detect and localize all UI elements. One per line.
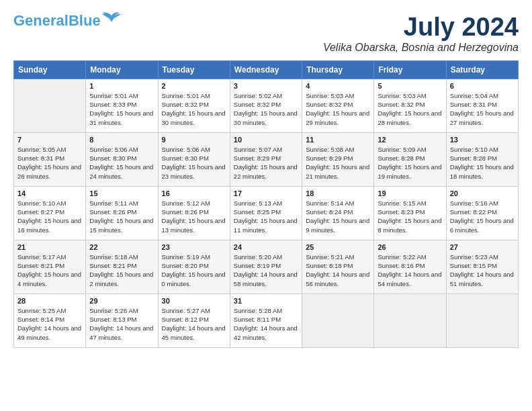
calendar-cell: 5Sunrise: 5:03 AMSunset: 8:32 PMDaylight… xyxy=(374,79,446,132)
calendar-header: SundayMondayTuesdayWednesdayThursdayFrid… xyxy=(14,60,519,79)
calendar-week-row: 21Sunrise: 5:17 AMSunset: 8:21 PMDayligh… xyxy=(14,240,519,293)
calendar-cell: 17Sunrise: 5:13 AMSunset: 8:25 PMDayligh… xyxy=(230,186,302,240)
weekday-header-saturday: Saturday xyxy=(446,60,518,79)
day-number: 18 xyxy=(306,189,370,197)
day-number: 20 xyxy=(450,189,515,197)
page-header: GeneralBlue July 2024 Velika Obarska, Bo… xyxy=(13,13,519,54)
calendar-table: SundayMondayTuesdayWednesdayThursdayFrid… xyxy=(13,60,519,348)
calendar-cell: 24Sunrise: 5:20 AMSunset: 8:19 PMDayligh… xyxy=(230,240,302,293)
day-number: 31 xyxy=(234,297,298,305)
day-number: 27 xyxy=(450,243,515,251)
day-info: Sunrise: 5:18 AMSunset: 8:21 PMDaylight:… xyxy=(89,253,154,288)
day-number: 9 xyxy=(162,136,226,144)
calendar-cell xyxy=(446,293,518,347)
calendar-cell: 15Sunrise: 5:11 AMSunset: 8:26 PMDayligh… xyxy=(86,186,158,240)
day-info: Sunrise: 5:02 AMSunset: 8:32 PMDaylight:… xyxy=(234,91,298,127)
weekday-header-row: SundayMondayTuesdayWednesdayThursdayFrid… xyxy=(14,60,519,79)
calendar-cell: 13Sunrise: 5:10 AMSunset: 8:28 PMDayligh… xyxy=(446,132,518,186)
day-info: Sunrise: 5:12 AMSunset: 8:26 PMDaylight:… xyxy=(162,199,226,234)
calendar-cell: 30Sunrise: 5:27 AMSunset: 8:12 PMDayligh… xyxy=(158,293,230,347)
day-info: Sunrise: 5:10 AMSunset: 8:27 PMDaylight:… xyxy=(17,199,82,234)
day-info: Sunrise: 5:03 AMSunset: 8:32 PMDaylight:… xyxy=(378,91,442,127)
calendar-cell: 9Sunrise: 5:06 AMSunset: 8:30 PMDaylight… xyxy=(158,132,230,186)
day-number: 3 xyxy=(234,82,298,90)
day-info: Sunrise: 5:22 AMSunset: 8:16 PMDaylight:… xyxy=(378,253,442,288)
weekday-header-friday: Friday xyxy=(374,60,446,79)
day-number: 14 xyxy=(17,189,82,197)
day-number: 6 xyxy=(450,82,515,90)
day-number: 22 xyxy=(89,243,154,251)
day-info: Sunrise: 5:06 AMSunset: 8:30 PMDaylight:… xyxy=(89,145,154,181)
day-info: Sunrise: 5:03 AMSunset: 8:32 PMDaylight:… xyxy=(306,91,370,127)
day-info: Sunrise: 5:15 AMSunset: 8:23 PMDaylight:… xyxy=(378,199,442,234)
calendar-cell xyxy=(374,293,446,347)
calendar-cell: 7Sunrise: 5:05 AMSunset: 8:31 PMDaylight… xyxy=(14,132,86,186)
day-info: Sunrise: 5:19 AMSunset: 8:20 PMDaylight:… xyxy=(162,253,226,288)
calendar-cell: 4Sunrise: 5:03 AMSunset: 8:32 PMDaylight… xyxy=(302,79,374,132)
day-number: 4 xyxy=(306,82,370,90)
day-info: Sunrise: 5:20 AMSunset: 8:19 PMDaylight:… xyxy=(234,253,298,288)
title-block: July 2024 Velika Obarska, Bosnia and Her… xyxy=(323,13,519,54)
day-info: Sunrise: 5:01 AMSunset: 8:33 PMDaylight:… xyxy=(89,91,154,127)
day-info: Sunrise: 5:04 AMSunset: 8:31 PMDaylight:… xyxy=(450,91,515,127)
calendar-week-row: 7Sunrise: 5:05 AMSunset: 8:31 PMDaylight… xyxy=(14,132,519,186)
location-subtitle: Velika Obarska, Bosnia and Herzegovina xyxy=(323,42,519,54)
day-info: Sunrise: 5:09 AMSunset: 8:28 PMDaylight:… xyxy=(378,145,442,181)
day-number: 28 xyxy=(17,297,82,305)
day-info: Sunrise: 5:07 AMSunset: 8:29 PMDaylight:… xyxy=(234,145,298,181)
calendar-cell: 22Sunrise: 5:18 AMSunset: 8:21 PMDayligh… xyxy=(86,240,158,293)
weekday-header-sunday: Sunday xyxy=(14,60,86,79)
day-number: 7 xyxy=(17,136,82,144)
day-number: 29 xyxy=(89,297,154,305)
calendar-cell xyxy=(302,293,374,347)
day-info: Sunrise: 5:05 AMSunset: 8:31 PMDaylight:… xyxy=(17,145,82,181)
day-number: 19 xyxy=(378,189,442,197)
calendar-cell: 20Sunrise: 5:16 AMSunset: 8:22 PMDayligh… xyxy=(446,186,518,240)
day-number: 25 xyxy=(306,243,370,251)
weekday-header-monday: Monday xyxy=(86,60,158,79)
day-info: Sunrise: 5:27 AMSunset: 8:12 PMDaylight:… xyxy=(162,306,226,342)
calendar-body: 1Sunrise: 5:01 AMSunset: 8:33 PMDaylight… xyxy=(14,79,519,347)
calendar-cell: 25Sunrise: 5:21 AMSunset: 8:18 PMDayligh… xyxy=(302,240,374,293)
day-number: 8 xyxy=(89,136,154,144)
calendar-cell: 3Sunrise: 5:02 AMSunset: 8:32 PMDaylight… xyxy=(230,79,302,132)
day-number: 17 xyxy=(234,189,298,197)
day-info: Sunrise: 5:21 AMSunset: 8:18 PMDaylight:… xyxy=(306,253,370,288)
calendar-week-row: 28Sunrise: 5:25 AMSunset: 8:14 PMDayligh… xyxy=(14,293,519,347)
logo-text: GeneralBlue xyxy=(13,13,101,28)
day-number: 5 xyxy=(378,82,442,90)
day-info: Sunrise: 5:25 AMSunset: 8:14 PMDaylight:… xyxy=(17,306,82,342)
calendar-cell xyxy=(14,79,86,132)
calendar-cell: 12Sunrise: 5:09 AMSunset: 8:28 PMDayligh… xyxy=(374,132,446,186)
calendar-cell: 23Sunrise: 5:19 AMSunset: 8:20 PMDayligh… xyxy=(158,240,230,293)
day-number: 21 xyxy=(17,243,82,251)
calendar-cell: 19Sunrise: 5:15 AMSunset: 8:23 PMDayligh… xyxy=(374,186,446,240)
calendar-cell: 14Sunrise: 5:10 AMSunset: 8:27 PMDayligh… xyxy=(14,186,86,240)
day-number: 24 xyxy=(234,243,298,251)
weekday-header-thursday: Thursday xyxy=(302,60,374,79)
day-info: Sunrise: 5:17 AMSunset: 8:21 PMDaylight:… xyxy=(17,253,82,288)
logo-bird-icon xyxy=(102,10,121,25)
calendar-cell: 16Sunrise: 5:12 AMSunset: 8:26 PMDayligh… xyxy=(158,186,230,240)
calendar-cell: 31Sunrise: 5:28 AMSunset: 8:11 PMDayligh… xyxy=(230,293,302,347)
calendar-cell: 21Sunrise: 5:17 AMSunset: 8:21 PMDayligh… xyxy=(14,240,86,293)
calendar-cell: 26Sunrise: 5:22 AMSunset: 8:16 PMDayligh… xyxy=(374,240,446,293)
calendar-week-row: 14Sunrise: 5:10 AMSunset: 8:27 PMDayligh… xyxy=(14,186,519,240)
day-info: Sunrise: 5:13 AMSunset: 8:25 PMDaylight:… xyxy=(234,199,298,234)
day-info: Sunrise: 5:06 AMSunset: 8:30 PMDaylight:… xyxy=(162,145,226,181)
day-info: Sunrise: 5:08 AMSunset: 8:29 PMDaylight:… xyxy=(306,145,370,181)
calendar-cell: 1Sunrise: 5:01 AMSunset: 8:33 PMDaylight… xyxy=(86,79,158,132)
calendar-cell: 18Sunrise: 5:14 AMSunset: 8:24 PMDayligh… xyxy=(302,186,374,240)
day-info: Sunrise: 5:14 AMSunset: 8:24 PMDaylight:… xyxy=(306,199,370,234)
weekday-header-wednesday: Wednesday xyxy=(230,60,302,79)
day-number: 12 xyxy=(378,136,442,144)
calendar-cell: 10Sunrise: 5:07 AMSunset: 8:29 PMDayligh… xyxy=(230,132,302,186)
day-info: Sunrise: 5:28 AMSunset: 8:11 PMDaylight:… xyxy=(234,306,298,342)
day-number: 23 xyxy=(162,243,226,251)
calendar-cell: 28Sunrise: 5:25 AMSunset: 8:14 PMDayligh… xyxy=(14,293,86,347)
calendar-cell: 2Sunrise: 5:01 AMSunset: 8:32 PMDaylight… xyxy=(158,79,230,132)
day-info: Sunrise: 5:01 AMSunset: 8:32 PMDaylight:… xyxy=(162,91,226,127)
day-info: Sunrise: 5:26 AMSunset: 8:13 PMDaylight:… xyxy=(89,306,154,342)
calendar-cell: 11Sunrise: 5:08 AMSunset: 8:29 PMDayligh… xyxy=(302,132,374,186)
calendar-cell: 8Sunrise: 5:06 AMSunset: 8:30 PMDaylight… xyxy=(86,132,158,186)
